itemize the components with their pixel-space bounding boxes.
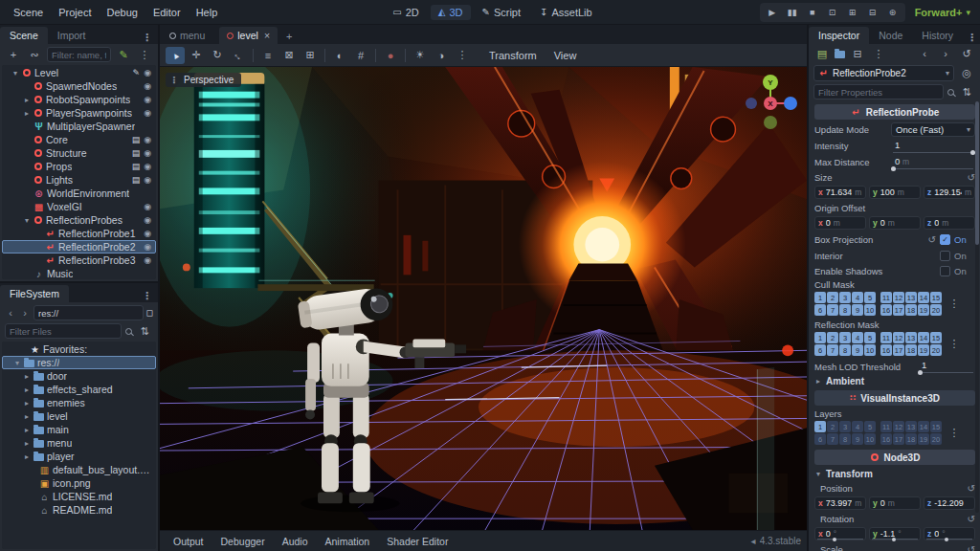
- scene-dock-tab[interactable]: Import: [48, 27, 96, 44]
- filesystem-row[interactable]: ▸ player: [2, 450, 156, 463]
- origin-y-field[interactable]: y0m: [869, 216, 921, 230]
- filesystem-row[interactable]: LICENSE.md: [2, 490, 156, 503]
- visibility-eye-icon[interactable]: ◉: [144, 229, 151, 238]
- origin-z-field[interactable]: z0m: [924, 216, 975, 230]
- bottom-panel-tab[interactable]: Animation: [318, 533, 378, 550]
- layer-cell-16[interactable]: 16: [880, 304, 892, 316]
- layer-cell-10[interactable]: 10: [864, 344, 876, 356]
- scene-tab[interactable]: menu: [162, 27, 218, 44]
- bottom-panel-tab[interactable]: Output: [166, 533, 212, 550]
- layer-cell-11[interactable]: 11: [880, 332, 892, 343]
- scene-tree-row[interactable]: ▾ ReflectionProbes ◉: [2, 213, 156, 227]
- menu-item[interactable]: Help: [189, 4, 226, 21]
- size-x-field[interactable]: x71.634m: [814, 186, 866, 199]
- filesystem-filter-input[interactable]: [5, 323, 122, 339]
- mode-tab[interactable]: ✎ Script: [475, 5, 529, 20]
- layer-cell-2[interactable]: 2: [827, 332, 838, 343]
- enable-shadows-checkbox[interactable]: [940, 266, 950, 276]
- scene-tree-row[interactable]: Props ▤ ◉: [2, 160, 156, 173]
- history-back-icon[interactable]: ‹: [916, 46, 933, 61]
- chevron-icon[interactable]: ▸: [23, 386, 31, 394]
- axis-gizmo[interactable]: Y X: [740, 71, 801, 132]
- move-tool-button[interactable]: ✛: [187, 47, 206, 64]
- scene-tree-row[interactable]: SpawnedNodes ◉: [2, 79, 156, 93]
- layer-cell-20[interactable]: 20: [930, 344, 942, 356]
- position-x-field[interactable]: x73.997m: [814, 496, 866, 510]
- scene-tree-row[interactable]: WorldEnvironment: [2, 187, 156, 200]
- filesystem-row[interactable]: default_bus_layout.tres: [2, 463, 156, 476]
- interior-checkbox[interactable]: [940, 251, 950, 261]
- separator[interactable]: [405, 49, 406, 62]
- layer-cell-9[interactable]: 9: [852, 344, 863, 356]
- select-list-button[interactable]: ≡: [258, 47, 278, 64]
- layer-cell-1[interactable]: 1: [814, 292, 826, 303]
- intensity-slider[interactable]: 1: [891, 139, 975, 154]
- layer-cell-3[interactable]: 3: [839, 421, 851, 432]
- chevron-icon[interactable]: ▸: [23, 109, 31, 118]
- layer-cell-17[interactable]: 17: [893, 304, 904, 316]
- chevron-icon[interactable]: ▾: [13, 359, 21, 367]
- split-mode-icon[interactable]: ◻: [146, 308, 153, 318]
- preview-sun-button[interactable]: ☀: [411, 47, 430, 64]
- layer-cell-11[interactable]: 11: [880, 292, 892, 303]
- property-filter-input[interactable]: [813, 84, 944, 99]
- movie-maker-button[interactable]: ⊛: [883, 4, 902, 21]
- pause-button[interactable]: ▮▮: [783, 4, 802, 21]
- inspector-tab[interactable]: Inspector: [809, 27, 869, 44]
- layer-cell-11[interactable]: 11: [880, 421, 892, 432]
- play-scene-button[interactable]: ⊞: [843, 4, 862, 21]
- layer-cell-7[interactable]: 7: [827, 344, 838, 356]
- sort-icon[interactable]: ⇅: [136, 323, 153, 339]
- layer-cell-2[interactable]: 2: [827, 421, 838, 432]
- layer-cell-14[interactable]: 14: [918, 421, 929, 432]
- size-z-field[interactable]: z129.154m: [924, 186, 975, 199]
- scene-dock-tab[interactable]: Scene: [0, 27, 48, 44]
- stop-button[interactable]: ■: [803, 4, 822, 21]
- mode-tab[interactable]: ◭ 3D: [431, 5, 471, 20]
- scene-tree-row[interactable]: Structure ▤ ◉: [2, 146, 156, 160]
- scene-filter-input[interactable]: [47, 47, 111, 62]
- close-icon[interactable]: ×: [264, 30, 270, 41]
- chevron-icon[interactable]: ▾: [23, 216, 31, 225]
- panel-menu-icon[interactable]: ⋮: [138, 32, 156, 44]
- layer-cell-13[interactable]: 13: [905, 332, 917, 343]
- revert-icon[interactable]: ↺: [968, 172, 975, 183]
- scene-tree-row[interactable]: Core ▤ ◉: [2, 133, 156, 146]
- filesystem-row[interactable]: ▸ level: [2, 409, 156, 423]
- layer-cell-12[interactable]: 12: [893, 421, 904, 432]
- mask-menu-icon[interactable]: ⋮: [946, 297, 963, 312]
- scale-tool-button[interactable]: ↔: [229, 47, 248, 64]
- attach-script-icon[interactable]: ✎: [115, 47, 132, 62]
- back-icon[interactable]: ‹: [5, 307, 16, 319]
- layer-cell-20[interactable]: 20: [930, 304, 942, 316]
- layer-cell-15[interactable]: 15: [930, 421, 942, 432]
- panel-menu-icon[interactable]: ⋮: [138, 290, 156, 302]
- snap-button[interactable]: #: [351, 47, 370, 64]
- revert-icon[interactable]: ↺: [968, 514, 975, 524]
- layer-cell-18[interactable]: 18: [905, 433, 917, 445]
- revert-icon[interactable]: ↺: [928, 234, 936, 245]
- layer-cell-6[interactable]: 6: [814, 433, 826, 445]
- separator[interactable]: [324, 49, 325, 62]
- property-sort-icon[interactable]: ⇅: [958, 84, 975, 99]
- menu-item[interactable]: Editor: [145, 4, 189, 21]
- layer-cell-1[interactable]: 1: [814, 332, 826, 343]
- rotate-tool-button[interactable]: ↻: [208, 47, 227, 64]
- layer-cell-5[interactable]: 5: [864, 332, 876, 343]
- filesystem-row[interactable]: ▾ res://: [2, 356, 156, 369]
- group-button[interactable]: ⊞: [301, 47, 320, 64]
- section-visual-instance-3d[interactable]: ∷ VisualInstance3D: [814, 390, 975, 406]
- visibility-eye-icon[interactable]: ◉: [144, 242, 151, 252]
- chevron-icon[interactable]: ▾: [11, 69, 19, 77]
- camera-preview-button[interactable]: ●: [381, 47, 400, 64]
- box-projection-checkbox[interactable]: ✓: [940, 234, 950, 245]
- new-resource-icon[interactable]: ▤: [813, 46, 831, 61]
- layer-cell-17[interactable]: 17: [893, 433, 904, 445]
- revert-icon[interactable]: ↺: [968, 544, 975, 551]
- layer-cell-12[interactable]: 12: [893, 292, 904, 303]
- layer-cell-2[interactable]: 2: [827, 292, 838, 303]
- scene-tree-row[interactable]: ReflectionProbe2 ◉: [2, 240, 156, 253]
- layer-cell-19[interactable]: 19: [918, 304, 929, 316]
- update-mode-dropdown[interactable]: Once (Fast) ▾: [891, 122, 975, 137]
- filesystem-row[interactable]: ▸ menu: [2, 436, 156, 450]
